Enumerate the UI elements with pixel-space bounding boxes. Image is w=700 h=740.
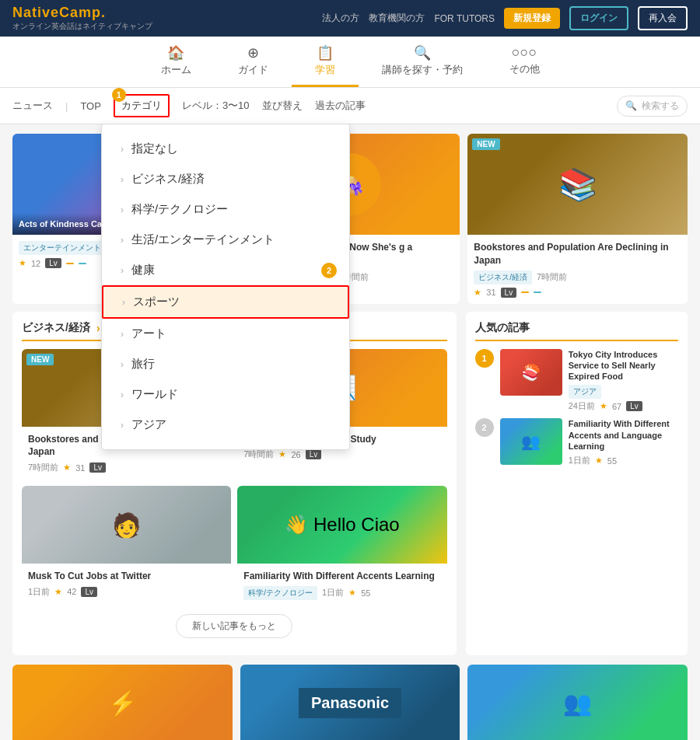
dropdown-item-business[interactable]: › ビジネス/経済 bbox=[102, 164, 349, 194]
guide-icon: ⊕ bbox=[247, 44, 259, 61]
new-badge: NEW bbox=[26, 354, 54, 365]
header-link-education[interactable]: 教育機関の方 bbox=[369, 12, 425, 25]
more-articles-button[interactable]: 新しい記事をもっと bbox=[176, 614, 292, 638]
popular-item[interactable]: 2 👥 Familiarity With Different Accents a… bbox=[475, 418, 678, 466]
popular-title: Tokyo City Introduces Service to Sell Ne… bbox=[569, 349, 678, 382]
article-card[interactable]: 👥 Work Team Building 3日前 ★ 44 bbox=[467, 665, 688, 740]
nav-label-guide: ガイド bbox=[238, 63, 268, 77]
article-stars: 67 bbox=[612, 402, 621, 411]
article-tag: 科学/テクノロジー bbox=[243, 586, 317, 600]
dropdown-item-travel[interactable]: › 旅行 bbox=[102, 349, 349, 379]
section-label: ビジネス/経済 bbox=[22, 321, 90, 335]
teacher-icon: 🔍 bbox=[414, 44, 431, 61]
article-time: 1日前 bbox=[322, 587, 344, 599]
article-tag: アジア bbox=[569, 385, 601, 399]
nav-item-study[interactable]: 📋 学習 bbox=[292, 37, 359, 87]
header-links: 法人の方 教育機関の方 FOR TUTORS 新規登録 ログイン 再入会 bbox=[322, 6, 688, 30]
star-icon: ★ bbox=[595, 456, 603, 466]
header-link-tutors[interactable]: FOR TUTORS bbox=[434, 13, 495, 24]
header: NativeCamp. オンライン英会話はネイティブキャンプ 法人の方 教育機関… bbox=[0, 0, 700, 37]
popular-info: Familiarity With Different Accents and L… bbox=[569, 418, 678, 466]
rejoin-button[interactable]: 再入会 bbox=[638, 6, 688, 30]
article-time: 1日前 bbox=[28, 586, 50, 598]
article-body: Bookstores and Population Are Declining … bbox=[467, 235, 688, 304]
sub-nav-top[interactable]: TOP bbox=[80, 100, 101, 112]
article-image: ⚡ bbox=[12, 665, 233, 740]
article-meta: アジア bbox=[569, 385, 678, 399]
arrow-icon: › bbox=[121, 420, 124, 431]
nav-label-other: その他 bbox=[509, 62, 540, 76]
lv-badge-o bbox=[521, 291, 529, 293]
article-card[interactable]: ⚡ Japan Easing Electricity Bill Increase… bbox=[12, 665, 233, 740]
logo: NativeCamp. bbox=[12, 5, 152, 21]
arrow-icon: › bbox=[121, 174, 124, 185]
article-meta: 7時間前 ★ 26 Lv bbox=[243, 449, 440, 460]
login-button[interactable]: ログイン bbox=[569, 6, 628, 30]
dropdown-item-sports[interactable]: › スポーツ bbox=[102, 285, 349, 319]
dropdown-item-world[interactable]: › ワールド bbox=[102, 379, 349, 410]
nav-label-teacher: 講師を探す・予約 bbox=[382, 63, 463, 77]
dropdown-item-art[interactable]: › アート bbox=[102, 319, 349, 349]
register-button[interactable]: 新規登録 bbox=[504, 8, 560, 29]
nav-item-guide[interactable]: ⊕ ガイド bbox=[215, 37, 292, 87]
category-dropdown: › 指定なし › ビジネス/経済 › 科学/テクノロジー › 生活/エンターテイ… bbox=[101, 124, 350, 450]
article-card[interactable]: 📚 NEW Bookstores and Population Are Decl… bbox=[467, 134, 688, 304]
nav-label-home: ホーム bbox=[161, 63, 191, 77]
article-meta: 7時間前 ★ 31 Lv bbox=[28, 462, 225, 473]
dropdown-item-science[interactable]: › 科学/テクノロジー bbox=[102, 194, 349, 225]
article-image: 📚 NEW bbox=[467, 134, 688, 235]
dropdown-label: ビジネス/経済 bbox=[131, 172, 205, 187]
arrow-icon: › bbox=[121, 329, 124, 340]
dropdown-label: アジア bbox=[131, 417, 166, 432]
nav-item-home[interactable]: 🏠 ホーム bbox=[138, 37, 215, 87]
popular-rank-2: 2 bbox=[475, 418, 494, 437]
arrow-icon: › bbox=[121, 265, 124, 276]
article-stars: 26 bbox=[291, 450, 300, 459]
popular-item[interactable]: 1 🍣 Tokyo City Introduces Service to Sel… bbox=[475, 349, 678, 413]
article-body: Familiarity With Different Accents Learn… bbox=[237, 564, 446, 606]
article-tag: エンターテインメント bbox=[19, 241, 106, 255]
popular-image: 👥 bbox=[500, 418, 562, 465]
bottom-articles-row: ⚡ Japan Easing Electricity Bill Increase… bbox=[12, 665, 688, 740]
sub-nav-past[interactable]: 過去の記事 bbox=[315, 99, 366, 113]
article-stats: 24日前 ★ 67 Lv bbox=[569, 400, 678, 412]
article-time: 7時間前 bbox=[28, 462, 58, 473]
article-image: 👥 bbox=[467, 665, 688, 740]
article-card[interactable]: 👋 Hello Ciao Familiarity With Different … bbox=[237, 486, 446, 606]
sub-nav-sort[interactable]: 並び替え bbox=[262, 99, 303, 113]
section-arrow-icon[interactable]: › bbox=[96, 322, 100, 334]
search-box[interactable]: 🔍 検索する bbox=[617, 96, 688, 117]
article-stars: 12 bbox=[31, 259, 40, 268]
article-stars: 55 bbox=[607, 456, 617, 466]
article-card[interactable]: Panasonic Panasonic Offers Employees Fou… bbox=[240, 665, 460, 740]
logo-area: NativeCamp. オンライン英会話はネイティブキャンプ bbox=[12, 5, 152, 32]
lv-badge: Lv bbox=[89, 462, 106, 473]
section-title-popular: 人気の記事 bbox=[475, 321, 678, 341]
lv-badge: Lv bbox=[45, 258, 61, 268]
sub-nav-level[interactable]: レベル：3〜10 bbox=[182, 99, 250, 113]
other-icon: ○○○ bbox=[512, 44, 537, 61]
star-icon: ★ bbox=[278, 449, 286, 459]
dropdown-item-life[interactable]: › 生活/エンターテインメント bbox=[102, 225, 349, 255]
arrow-icon: › bbox=[121, 235, 124, 246]
dropdown-item-asia[interactable]: › アジア bbox=[102, 410, 349, 440]
article-time: 7時間前 bbox=[537, 271, 567, 283]
lv-badge-3 bbox=[79, 263, 86, 264]
star-icon: ★ bbox=[63, 462, 71, 473]
lv-badge-b bbox=[534, 291, 541, 293]
sub-nav-news[interactable]: ニュース bbox=[12, 99, 53, 113]
article-stats: ★ 31 Lv bbox=[474, 288, 681, 298]
sub-nav-right: 🔍 検索する bbox=[617, 96, 688, 117]
dropdown-label: 健康 bbox=[131, 263, 155, 278]
main-nav: 🏠 ホーム ⊕ ガイド 📋 学習 🔍 講師を探す・予約 ○○○ その他 bbox=[0, 37, 700, 88]
article-body: Musk To Cut Jobs at Twitter 1日前 ★ 42 Lv bbox=[22, 564, 231, 604]
article-card[interactable]: 🧑 Musk To Cut Jobs at Twitter 1日前 ★ 42 L… bbox=[22, 486, 231, 606]
dropdown-item-health[interactable]: › 健康 2 bbox=[102, 255, 349, 285]
dropdown-item-none[interactable]: › 指定なし bbox=[102, 134, 349, 164]
category-badge: 1 bbox=[112, 88, 126, 102]
header-link-corporate[interactable]: 法人の方 bbox=[322, 12, 359, 25]
nav-item-teacher[interactable]: 🔍 講師を探す・予約 bbox=[359, 37, 486, 87]
article-tag: ビジネス/経済 bbox=[474, 271, 532, 284]
sub-nav-category[interactable]: カテゴリ 1 bbox=[114, 94, 170, 117]
nav-item-other[interactable]: ○○○ その他 bbox=[486, 37, 563, 87]
